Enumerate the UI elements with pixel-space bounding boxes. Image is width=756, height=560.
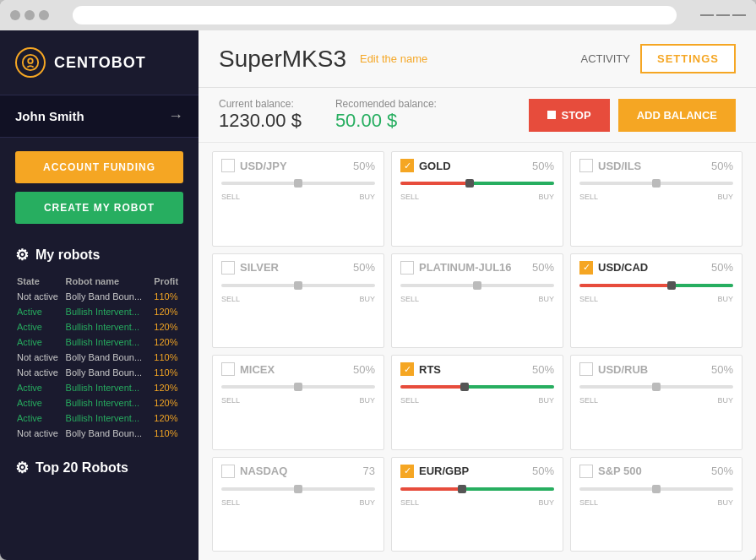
instrument-header: ✓ EUR/GBP 50% <box>400 465 554 478</box>
table-row: Active Bullish Intervent... 120% <box>17 320 182 334</box>
instrument-card: ✓ GOLD 50% SELL BUY <box>391 151 563 247</box>
slider[interactable] <box>400 177 554 189</box>
slider[interactable] <box>579 483 733 495</box>
row-name: Bullish Intervent... <box>66 381 153 394</box>
table-row: Not active Bolly Band Boun... 110% <box>17 290 182 303</box>
row-state: Active <box>17 335 64 349</box>
instrument-pct: 50% <box>532 363 554 376</box>
current-balance-label: Current balance: <box>219 98 302 110</box>
table-row: Active Bullish Intervent... 120% <box>17 411 182 425</box>
instrument-checkbox[interactable] <box>579 159 593 172</box>
table-row: Not active Bolly Band Boun... 110% <box>17 427 182 440</box>
slider-labels: SELL BUY <box>579 295 733 303</box>
instruments-grid: USD/JPY 50% SELL BUY ✓ GOLD 50% <box>199 143 756 560</box>
sell-label: SELL <box>221 295 240 303</box>
slider-labels: SELL BUY <box>221 295 375 303</box>
instrument-header: USD/ILS 50% <box>579 159 733 172</box>
sidebar: CENTOBOT John Smith → ACCOUNT FUNDING CR… <box>0 30 199 560</box>
row-state: Active <box>17 381 64 394</box>
slider[interactable] <box>221 381 375 393</box>
user-area: John Smith → <box>0 95 199 138</box>
instrument-card: MICEX 50% SELL BUY <box>212 355 384 450</box>
instrument-pct: 50% <box>353 160 375 172</box>
edit-name-link[interactable]: Edit the name <box>360 52 427 65</box>
instrument-name: RTS <box>419 363 527 376</box>
instrument-checkbox[interactable] <box>221 261 235 275</box>
my-robots-section: ⚙ My robots State Robot name Profit Not … <box>0 237 199 450</box>
buy-label: BUY <box>717 396 733 405</box>
add-balance-button[interactable]: ADD BALANCE <box>618 99 736 132</box>
instrument-checkbox[interactable] <box>221 362 235 376</box>
instrument-card: ✓ EUR/GBP 50% SELL BUY <box>391 457 563 552</box>
instrument-checkbox[interactable] <box>400 261 414 275</box>
row-state: Not active <box>17 351 64 364</box>
row-name: Bolly Band Boun... <box>66 290 153 303</box>
instrument-checkbox[interactable]: ✓ <box>579 261 593 275</box>
row-state: Not active <box>17 427 64 440</box>
slider[interactable] <box>400 280 554 291</box>
row-profit: 120% <box>154 396 182 410</box>
instrument-name: USD/RUB <box>598 363 706 376</box>
instrument-checkbox[interactable]: ✓ <box>400 159 414 172</box>
table-row: Not active Bolly Band Boun... 110% <box>17 366 182 379</box>
slider[interactable] <box>221 483 375 495</box>
row-name: Bullish Intervent... <box>66 396 153 410</box>
table-row: Active Bullish Intervent... 120% <box>17 335 182 349</box>
my-robots-title: ⚙ My robots <box>15 246 183 264</box>
col-profit: Profit <box>154 275 182 288</box>
slider[interactable] <box>579 381 733 393</box>
row-profit: 120% <box>154 335 182 349</box>
instrument-card: NASDAQ 73 SELL BUY <box>212 457 384 552</box>
robots-tbody: Not active Bolly Band Boun... 110% Activ… <box>17 290 182 440</box>
instrument-name: S&P 500 <box>598 465 706 477</box>
slider[interactable] <box>579 280 733 291</box>
table-row: Active Bullish Intervent... 120% <box>17 305 182 318</box>
slider[interactable] <box>400 483 554 495</box>
table-row: Not active Bolly Band Boun... 110% <box>17 351 182 364</box>
instrument-checkbox[interactable] <box>221 465 235 478</box>
panel-title: SuperMKS3 <box>219 46 346 73</box>
panel-header: SuperMKS3 Edit the name ACTIVITY SETTING… <box>199 30 756 88</box>
create-robot-button[interactable]: CREATE MY ROBOT <box>15 192 183 224</box>
settings-button[interactable]: SETTINGS <box>640 44 736 73</box>
row-profit: 120% <box>154 305 182 318</box>
logout-icon[interactable]: → <box>168 107 183 125</box>
instrument-checkbox[interactable]: ✓ <box>400 362 414 376</box>
slider-labels: SELL BUY <box>400 396 554 405</box>
slider[interactable] <box>221 177 375 189</box>
panel-title-area: SuperMKS3 Edit the name <box>219 46 427 73</box>
slider[interactable] <box>221 280 375 291</box>
instrument-checkbox[interactable]: ✓ <box>400 465 414 478</box>
top-robots-icon: ⚙ <box>15 459 29 477</box>
recommended-balance: Recomended balance: 50.00 $ <box>335 98 437 132</box>
instrument-pct: 50% <box>532 465 554 477</box>
right-panel: SuperMKS3 Edit the name ACTIVITY SETTING… <box>199 30 756 560</box>
buy-label: BUY <box>359 295 375 303</box>
slider[interactable] <box>400 381 554 393</box>
address-bar[interactable] <box>73 6 677 24</box>
col-name: Robot name <box>66 275 153 288</box>
stop-button[interactable]: STOP <box>529 99 609 132</box>
row-profit: 120% <box>154 411 182 425</box>
slider-labels: SELL BUY <box>221 396 375 405</box>
slider-labels: SELL BUY <box>221 193 375 201</box>
slider-labels: SELL BUY <box>400 193 554 201</box>
logo-text: CENTOBOT <box>54 54 146 72</box>
instrument-header: SILVER 50% <box>221 261 375 275</box>
instrument-checkbox[interactable] <box>579 362 593 376</box>
row-state: Active <box>17 305 64 318</box>
account-funding-button[interactable]: ACCOUNT FUNDING <box>15 151 183 183</box>
row-profit: 110% <box>154 351 182 364</box>
instrument-header: ✓ USD/CAD 50% <box>579 261 733 275</box>
buy-label: BUY <box>717 193 733 201</box>
buy-label: BUY <box>717 295 733 303</box>
instrument-name: USD/ILS <box>598 160 706 172</box>
slider[interactable] <box>579 177 733 189</box>
buy-label: BUY <box>538 396 554 405</box>
instrument-checkbox[interactable] <box>221 159 235 172</box>
menu-line <box>716 14 730 16</box>
row-profit: 110% <box>154 290 182 303</box>
instrument-checkbox[interactable] <box>579 465 593 478</box>
username: John Smith <box>15 109 84 123</box>
activity-link[interactable]: ACTIVITY <box>580 52 630 65</box>
